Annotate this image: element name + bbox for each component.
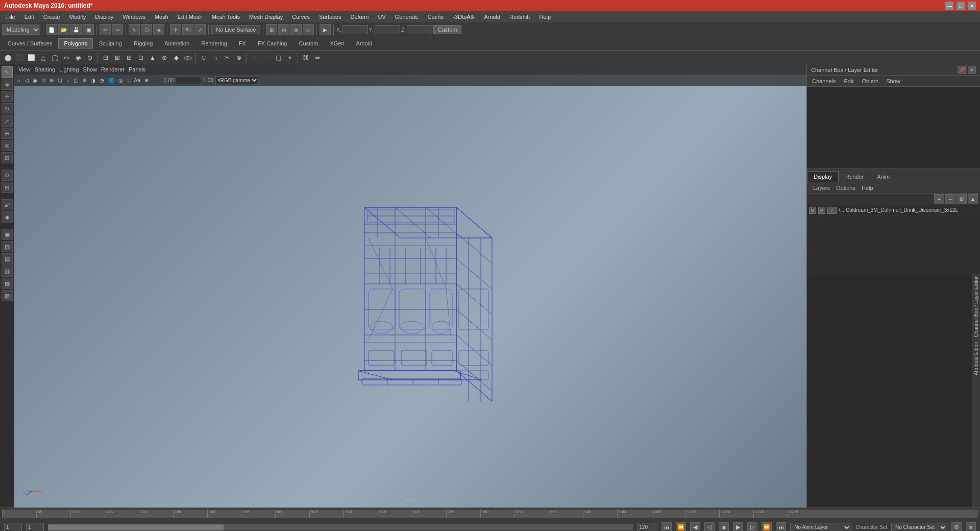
- tab-custom[interactable]: Custom: [293, 38, 324, 49]
- menu-mesh-tools[interactable]: Mesh Tools: [208, 13, 244, 21]
- paint-tool[interactable]: 🖌: [2, 199, 13, 210]
- go-start-button[interactable]: ⏮: [662, 522, 672, 532]
- menu-edit-mesh[interactable]: Edit Mesh: [174, 13, 207, 21]
- boolean-diff-icon[interactable]: ∩: [210, 52, 221, 63]
- bevel-icon[interactable]: ▲: [147, 52, 158, 63]
- extrude-icon[interactable]: ⊟: [100, 52, 111, 63]
- smooth-icon[interactable]: ⊡: [135, 52, 146, 63]
- menu-surfaces[interactable]: Surfaces: [315, 13, 345, 21]
- cone-icon[interactable]: △: [37, 52, 48, 63]
- tab-xgen[interactable]: XGen: [324, 38, 350, 49]
- new-file-button[interactable]: 📄: [46, 24, 57, 35]
- character-set-dropdown[interactable]: No Character Set: [891, 523, 947, 532]
- paint-tool-button[interactable]: ◈: [153, 24, 164, 35]
- layer-settings-button[interactable]: ⚙: [957, 194, 967, 204]
- lasso-tool-button[interactable]: ⬡: [141, 24, 152, 35]
- menu-generate[interactable]: Generate: [391, 13, 423, 21]
- scale-tool-button[interactable]: ⤢: [194, 24, 206, 35]
- play-forward-button[interactable]: ▶: [733, 522, 743, 532]
- vp-menu-show[interactable]: Show: [83, 66, 97, 73]
- prev-key-button[interactable]: ◀: [690, 522, 700, 532]
- menu-deform[interactable]: Deform: [346, 13, 373, 21]
- tab-rigging[interactable]: Rigging: [128, 38, 158, 49]
- layer-visibility-v[interactable]: V: [809, 207, 816, 214]
- viewport[interactable]: View Shading Lighting Show Renderer Pane…: [14, 64, 806, 508]
- sphere-icon[interactable]: ⬤: [2, 52, 13, 63]
- vp-menu-lighting[interactable]: Lighting: [59, 66, 79, 73]
- tab-rendering[interactable]: Rendering: [195, 38, 233, 49]
- loop-icon[interactable]: ⊕: [159, 52, 170, 63]
- menu-mesh-display[interactable]: Mesh Display: [245, 13, 287, 21]
- extra-button[interactable]: ≡: [966, 522, 976, 532]
- anim-layer-dropdown[interactable]: No Anim Layer: [790, 523, 851, 532]
- partition-tool[interactable]: ▥: [2, 266, 13, 277]
- exposure-input[interactable]: [176, 76, 201, 84]
- go-end-button[interactable]: ⏭: [776, 522, 786, 532]
- play-backward-button[interactable]: ◁: [704, 522, 715, 532]
- cb-edit-menu[interactable]: Edit: [841, 77, 856, 85]
- cb-close-button[interactable]: ✕: [968, 66, 976, 74]
- scale-tool[interactable]: ⤢: [2, 115, 13, 127]
- wireframe-button[interactable]: ⬡: [57, 78, 63, 83]
- attribute-editor-tab[interactable]: Attribute Editor: [972, 340, 980, 377]
- rotate-tool[interactable]: ↻: [2, 103, 13, 114]
- y-input[interactable]: [375, 25, 400, 34]
- color-profile-dropdown[interactable]: sRGB gamma: [215, 76, 259, 84]
- universal-manip-tool[interactable]: ⊕: [2, 128, 13, 139]
- deform-tool[interactable]: ▨: [2, 290, 13, 301]
- cb-object-menu[interactable]: Object: [859, 77, 881, 85]
- maximize-button[interactable]: □: [957, 2, 965, 10]
- current-frame-input[interactable]: [4, 523, 22, 532]
- tab-sculpting[interactable]: Sculpting: [93, 38, 128, 49]
- render-button[interactable]: ▶: [320, 24, 331, 35]
- layer-up-button[interactable]: ▲: [968, 194, 978, 204]
- fill-icon[interactable]: ◆: [170, 52, 182, 63]
- redo-button[interactable]: ↪: [112, 24, 123, 35]
- frame-all-button[interactable]: ⊡: [40, 78, 46, 83]
- vp-menu-panels[interactable]: Panels: [129, 66, 146, 73]
- new-layer-button[interactable]: +: [934, 194, 944, 204]
- isolate-button[interactable]: ◉: [32, 78, 38, 83]
- snap-curve-button[interactable]: ◎: [278, 24, 289, 35]
- undo-button[interactable]: ↩: [100, 24, 111, 35]
- playback-range-slider[interactable]: [48, 524, 633, 530]
- menu-uv[interactable]: UV: [374, 13, 389, 21]
- stop-button[interactable]: ■: [719, 522, 729, 532]
- select-tool[interactable]: ↖: [2, 66, 13, 78]
- sel-uv-icon[interactable]: ⋄: [284, 52, 296, 63]
- bridge-icon[interactable]: ⊠: [112, 52, 123, 63]
- resolution-button[interactable]: ⊞: [48, 78, 55, 83]
- camera-prev-button[interactable]: ◁: [23, 78, 30, 83]
- tab-fx-caching[interactable]: FX Caching: [252, 38, 292, 49]
- snap-surface-button[interactable]: ◇: [303, 24, 314, 35]
- paint-select-tool[interactable]: ◈: [2, 79, 13, 90]
- menu-arnold[interactable]: Arnold: [480, 13, 504, 21]
- cb-channels-menu[interactable]: Channels: [809, 77, 839, 85]
- rotate-tool-button[interactable]: ↻: [182, 24, 193, 35]
- menu-mesh[interactable]: Mesh: [151, 13, 173, 21]
- soft-mod-tool[interactable]: ◎: [2, 140, 13, 151]
- menu-create[interactable]: Create: [39, 13, 64, 21]
- tab-curves-surfaces[interactable]: Curves / Surfaces: [2, 38, 58, 49]
- disk-icon[interactable]: ◉: [72, 52, 84, 63]
- move-tool[interactable]: ✛: [2, 91, 13, 102]
- sel-face-icon[interactable]: ▢: [273, 52, 284, 63]
- menu-modify[interactable]: Modify: [65, 13, 90, 21]
- next-key-button[interactable]: ▷: [747, 522, 757, 532]
- cylinder-icon[interactable]: ⬜: [26, 52, 37, 63]
- set-tool[interactable]: ▦: [2, 278, 13, 289]
- display-layer-tool[interactable]: ▣: [2, 229, 13, 240]
- motion-blur-button[interactable]: ≈: [126, 78, 131, 83]
- hud-button[interactable]: ⊕: [143, 78, 150, 83]
- show-manip-tool[interactable]: ⊞: [2, 152, 13, 163]
- lights-button[interactable]: ☀: [81, 78, 88, 83]
- shadow-button[interactable]: ◑: [90, 78, 96, 83]
- torus-icon[interactable]: ◯: [49, 52, 60, 63]
- tab-polygons[interactable]: Polygons: [58, 38, 92, 49]
- mirror-icon[interactable]: ◁▷: [182, 52, 193, 63]
- vp-menu-shading[interactable]: Shading: [35, 66, 55, 73]
- save-as-button[interactable]: ▣: [83, 24, 94, 35]
- menu-file[interactable]: File: [2, 13, 19, 21]
- tab-fx[interactable]: FX: [233, 38, 252, 49]
- symmetry-icon[interactable]: ⇔: [312, 52, 323, 63]
